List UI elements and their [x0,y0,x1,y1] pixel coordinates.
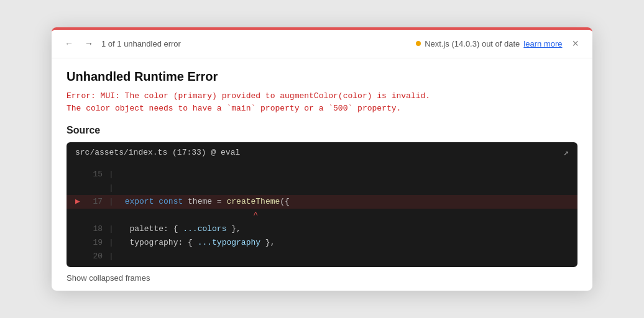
nav-next-button[interactable]: → [81,37,96,50]
linenum-18: 18 [85,222,103,236]
code-header: src/assets/index.ts (17:33) @ eval ↗ [67,142,577,163]
arrow-15 [75,168,84,181]
show-collapsed-frames[interactable]: Show collapsed frames [67,273,150,283]
code-container: src/assets/index.ts (17:33) @ eval ↗ 15 … [67,142,577,268]
code-text-17: export const theme = createTheme({ [120,195,290,209]
code-line-17: ▶ 17 | export const theme = createTheme(… [67,195,577,209]
top-bar: ← → 1 of 1 unhandled error Next.js (14.0… [52,30,592,58]
arrow-19 [75,236,84,250]
sep-20: | [109,250,114,263]
error-message: Error: MUI: The color (primary) provided… [67,90,577,115]
error-title: Unhandled Runtime Error [67,70,577,84]
code-line-caret: ^ [67,209,577,222]
error-message-line1: Error: MUI: The color (primary) provided… [67,90,577,102]
caret-indicator: ^ [67,209,258,222]
nextjs-badge: Next.js (14.0.3) out of date learn more [416,39,562,48]
learn-more-link[interactable]: learn more [523,39,562,48]
code-text-18: palette: { ...colors }, [120,222,241,236]
nav-prev-button[interactable]: ← [62,37,76,50]
sep-16: | [109,181,114,195]
arrow-20 [75,250,84,263]
top-bar-right: Next.js (14.0.3) out of date learn more … [416,36,582,52]
code-line-19: 19 | typography: { ...typography }, [67,236,577,250]
linenum-15: 15 [85,168,103,181]
linenum-19: 19 [85,236,103,250]
source-label: Source [67,125,577,136]
code-block: 15 | | ▶ 17 | export const theme = cre [67,163,577,268]
code-line-18: 18 | palette: { ...colors }, [67,222,577,236]
code-line-15: 15 | [67,168,577,181]
code-line-20: 20 | [67,250,577,263]
outdated-dot [416,41,421,46]
open-external-icon[interactable]: ↗ [564,147,569,158]
sep-15: | [109,168,114,181]
close-button[interactable]: × [568,36,582,52]
linenum-17: 17 [85,195,103,209]
arrow-18 [75,222,84,236]
error-count: 1 of 1 unhandled error [101,39,181,48]
file-path: src/assets/index.ts (17:33) @ eval [75,148,240,157]
linenum-20: 20 [85,250,103,263]
error-message-line2: The color object needs to have a `main` … [67,102,577,115]
nextjs-label: Next.js (14.0.3) out of date [425,39,520,48]
sep-18: | [109,222,114,236]
content: Unhandled Runtime Error Error: MUI: The … [52,58,592,291]
sep-19: | [109,236,114,250]
code-text-19: typography: { ...typography }, [120,236,275,250]
code-line-16: | [67,181,577,195]
sep-17: | [109,195,114,209]
top-bar-left: ← → 1 of 1 unhandled error [62,37,181,50]
arrow-17: ▶ [75,195,84,209]
arrow-16 [75,181,84,195]
error-overlay: ← → 1 of 1 unhandled error Next.js (14.0… [52,27,592,291]
